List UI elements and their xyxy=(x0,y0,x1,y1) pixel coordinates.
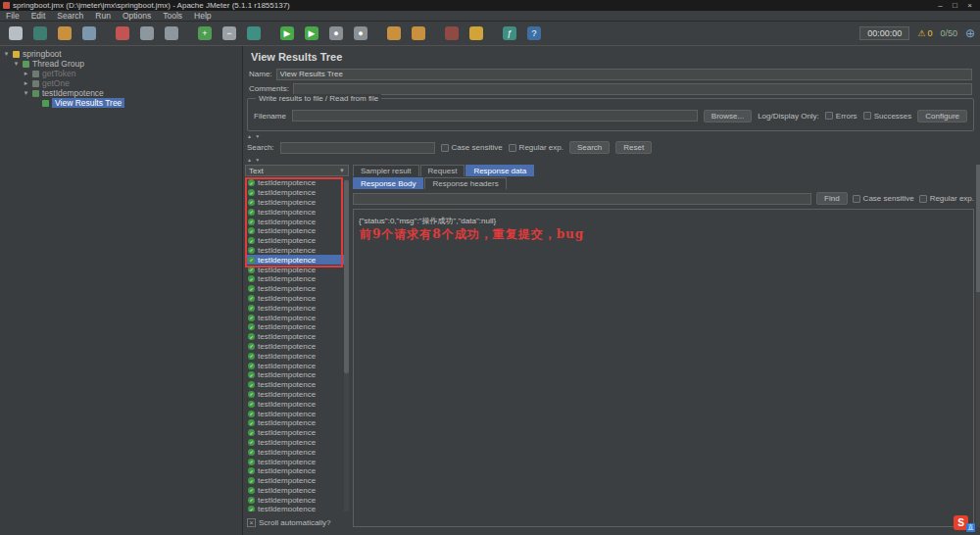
tree-expand-arrow[interactable]: ▾ xyxy=(3,50,10,58)
search-reset-button[interactable] xyxy=(466,24,487,43)
log-errors-indicator[interactable]: ⚠ 0 xyxy=(917,28,932,38)
clear-all-button[interactable] xyxy=(408,24,429,43)
find-input[interactable] xyxy=(353,193,811,205)
result-row[interactable]: ✓testIdempotence xyxy=(245,303,349,313)
result-row[interactable]: ✓testIdempotence xyxy=(245,265,349,274)
result-row[interactable]: ✓testIdempotence xyxy=(245,495,349,505)
tree-expand-arrow[interactable]: ▸ xyxy=(23,79,29,87)
result-row[interactable]: ✓testIdempotence xyxy=(245,188,349,198)
tab-sampler-result[interactable]: Sampler result xyxy=(353,165,419,176)
result-row[interactable]: ✓testIdempotence xyxy=(245,178,349,188)
result-row[interactable]: ✓testIdempotence xyxy=(245,466,349,476)
help-button[interactable]: ? xyxy=(523,24,545,43)
paste-button[interactable] xyxy=(161,24,182,43)
splitter-toggle[interactable]: ▲ ▼ xyxy=(247,157,261,163)
new-file-button[interactable] xyxy=(5,24,26,43)
result-row[interactable]: ✓testIdempotence xyxy=(245,322,349,332)
menu-tools[interactable]: Tools xyxy=(157,11,188,21)
browse-button[interactable]: Browse... xyxy=(704,110,752,122)
menu-edit[interactable]: Edit xyxy=(25,11,52,21)
menu-run[interactable]: Run xyxy=(89,11,117,21)
result-row[interactable]: ✓testIdempotence xyxy=(245,313,349,322)
search-input[interactable] xyxy=(280,142,435,154)
tree-expand-arrow[interactable]: ▾ xyxy=(13,60,20,68)
result-row[interactable]: ✓testIdempotence xyxy=(245,198,349,208)
shutdown-button[interactable]: ● xyxy=(350,24,371,43)
splitter-down-icon[interactable]: ▼ xyxy=(255,133,261,139)
tree-item-springboot[interactable]: ▾springboot xyxy=(0,49,242,59)
menu-search[interactable]: Search xyxy=(51,11,89,21)
search-case-checkbox[interactable]: Case sensitive xyxy=(441,143,503,152)
minimize-button[interactable]: – xyxy=(933,1,948,10)
result-row[interactable]: ✓testIdempotence xyxy=(245,457,349,466)
result-row[interactable]: ✓testIdempotence xyxy=(245,428,349,438)
result-row[interactable]: ✓testIdempotence xyxy=(245,409,349,418)
comments-input[interactable] xyxy=(293,83,972,95)
result-row[interactable]: ✓testIdempotence xyxy=(245,438,349,448)
tab-request[interactable]: Request xyxy=(420,165,466,176)
splitter-down-icon[interactable]: ▼ xyxy=(255,157,261,163)
menu-options[interactable]: Options xyxy=(117,11,157,21)
result-row[interactable]: ✓testIdempotence xyxy=(245,447,349,457)
result-row[interactable]: ✓testIdempotence xyxy=(245,505,349,511)
toggle-button[interactable] xyxy=(243,24,265,43)
result-row[interactable]: ✓testIdempotence xyxy=(245,207,349,217)
errors-checkbox[interactable]: Errors xyxy=(825,112,858,121)
name-input[interactable] xyxy=(276,69,972,80)
tree-expand-arrow[interactable]: ▸ xyxy=(23,70,29,77)
result-row[interactable]: ✓testIdempotence xyxy=(245,332,349,342)
maximize-button[interactable]: □ xyxy=(948,1,962,10)
save-button[interactable] xyxy=(78,24,100,43)
results-scrollbar[interactable] xyxy=(344,178,349,511)
close-button[interactable]: × xyxy=(962,1,977,10)
result-row[interactable]: ✓testIdempotence xyxy=(245,361,349,370)
result-row[interactable]: ✓testIdempotence xyxy=(245,255,349,265)
subtab-response-body[interactable]: Response Body xyxy=(353,177,423,189)
start-button[interactable]: ▶ xyxy=(276,24,298,43)
result-row[interactable]: ✓testIdempotence xyxy=(245,246,349,256)
result-row[interactable]: ✓testIdempotence xyxy=(245,418,349,428)
results-filter-dropdown[interactable]: Text ▼ xyxy=(245,165,349,176)
find-button[interactable]: Find xyxy=(816,192,848,205)
collapse-all-button[interactable]: − xyxy=(219,24,240,43)
result-row[interactable]: ✓testIdempotence xyxy=(245,284,349,294)
result-row[interactable]: ✓testIdempotence xyxy=(245,476,349,486)
filename-input[interactable] xyxy=(292,110,698,122)
subtab-response-headers[interactable]: Response headers xyxy=(424,177,506,189)
scrollbar-thumb[interactable] xyxy=(344,180,349,373)
result-row[interactable]: ✓testIdempotence xyxy=(245,380,349,390)
tab-response-data[interactable]: Response data xyxy=(466,165,534,176)
stop-button[interactable]: ● xyxy=(325,24,347,43)
result-row[interactable]: ✓testIdempotence xyxy=(245,351,349,361)
result-row[interactable]: ✓testIdempotence xyxy=(245,236,349,246)
search-button[interactable]: Search xyxy=(569,141,610,154)
result-row[interactable]: ✓testIdempotence xyxy=(245,294,349,304)
reset-button[interactable]: Reset xyxy=(615,141,652,154)
result-row[interactable]: ✓testIdempotence xyxy=(245,217,349,226)
result-row[interactable]: ✓testIdempotence xyxy=(245,274,349,284)
result-row[interactable]: ✓testIdempotence xyxy=(245,390,349,400)
cut-button[interactable] xyxy=(112,24,133,43)
result-row[interactable]: ✓testIdempotence xyxy=(245,399,349,409)
result-row[interactable]: ✓testIdempotence xyxy=(245,342,349,352)
tree-expand-arrow[interactable]: ▾ xyxy=(23,89,29,97)
start-no-pauses-button[interactable]: ▶ xyxy=(301,24,322,43)
tree-item-view-results-tree[interactable]: View Results Tree xyxy=(0,98,242,108)
successes-checkbox[interactable]: Successes xyxy=(863,112,912,121)
copy-button[interactable] xyxy=(136,24,158,43)
scroll-automatically-checkbox[interactable]: × Scroll automatically? xyxy=(247,518,330,527)
result-row[interactable]: ✓testIdempotence xyxy=(245,370,349,380)
open-file-button[interactable] xyxy=(54,24,75,43)
scrollbar-thumb[interactable] xyxy=(976,165,980,292)
templates-button[interactable] xyxy=(29,24,51,43)
configure-button[interactable]: Configure xyxy=(917,110,967,122)
menu-file[interactable]: File xyxy=(0,11,25,21)
search-regex-checkbox[interactable]: Regular exp. xyxy=(509,143,564,152)
tree-item-gettoken[interactable]: ▸getToken xyxy=(0,69,242,78)
result-row[interactable]: ✓testIdempotence xyxy=(245,486,349,496)
tree-item-getone[interactable]: ▸getOne xyxy=(0,78,242,88)
find-case-checkbox[interactable]: Case sensitive xyxy=(853,194,914,203)
search-button[interactable] xyxy=(441,24,463,43)
splitter-up-icon[interactable]: ▲ xyxy=(247,157,253,163)
splitter-toggle[interactable]: ▲ ▼ xyxy=(247,133,261,139)
